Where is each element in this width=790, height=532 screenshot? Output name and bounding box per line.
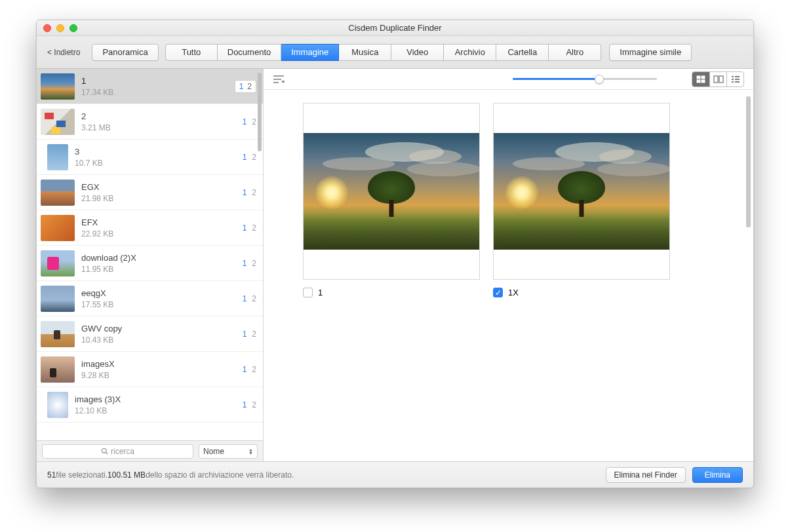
selection-counts: 12	[243, 330, 256, 339]
list-item[interactable]: images (3)X12.10 KB12	[37, 387, 263, 423]
sidebar-scrollbar[interactable]	[258, 73, 262, 151]
preview-image	[304, 133, 479, 250]
preview-pane: 1✓1X	[264, 69, 753, 461]
selected-in-group: 1	[243, 117, 247, 126]
view-list-icon[interactable]	[726, 72, 743, 86]
list-item[interactable]: eeqgX17.55 KB12	[37, 281, 263, 316]
sidebar-searchbar: ricerca Nome ▲▼	[37, 440, 263, 461]
preview-image	[494, 133, 669, 250]
preview-scrollbar[interactable]	[746, 96, 751, 227]
group-size: 9.28 KB	[81, 371, 243, 380]
selection-counts: 12	[243, 259, 256, 268]
group-size: 10.43 KB	[81, 335, 243, 345]
row-text: EFX22.92 KB	[81, 218, 243, 238]
window-title: Cisdem Duplicate Finder	[37, 23, 753, 33]
freed-text: dello spazio di archiviazione verrà libe…	[146, 470, 294, 480]
preview-card[interactable]: ✓1X	[493, 103, 670, 297]
selected-in-group: 1	[243, 153, 247, 162]
selected-in-group: 1	[243, 223, 247, 233]
tab-cartella[interactable]: Cartella	[496, 44, 549, 61]
group-name: 3	[75, 147, 243, 157]
sort-select[interactable]: Nome ▲▼	[199, 444, 258, 459]
back-button[interactable]: < Indietro	[47, 48, 80, 57]
group-size: 21.98 KB	[81, 194, 243, 203]
tab-altro[interactable]: Altro	[549, 44, 601, 61]
select-checkbox[interactable]: ✓	[493, 288, 503, 297]
group-name: GWV copy	[81, 324, 243, 333]
group-name: EFX	[81, 218, 243, 227]
sidebar: 117.34 KB1223.21 MB12310.7 KB12EGX21.98 …	[37, 69, 264, 461]
total-in-group: 2	[252, 259, 256, 268]
preview-frame	[303, 103, 480, 280]
toolbar: < Indietro Panoramica Tutto Documento Im…	[37, 36, 753, 69]
chevron-up-down-icon: ▲▼	[248, 448, 253, 455]
list-item[interactable]: EFX22.92 KB12	[37, 210, 263, 246]
group-size: 12.10 KB	[75, 406, 243, 415]
sort-label: Nome	[203, 447, 224, 456]
preview-filename: 1X	[508, 288, 519, 297]
row-text: imagesX9.28 KB	[81, 359, 243, 380]
total-in-group: 2	[252, 365, 256, 374]
svg-rect-8	[701, 80, 705, 83]
tab-video[interactable]: Video	[391, 44, 444, 61]
zoom-handle[interactable]	[595, 75, 604, 84]
tab-documento[interactable]: Documento	[218, 44, 281, 61]
list-item[interactable]: 23.21 MB12	[37, 104, 263, 140]
tab-immagine[interactable]: Immagine	[281, 44, 339, 61]
zoom-slider[interactable]	[513, 78, 657, 80]
group-name: images (3)X	[75, 394, 243, 404]
group-size: 3.21 MB	[81, 123, 243, 132]
selection-counts: 12	[243, 400, 256, 409]
row-text: 310.7 KB	[75, 147, 243, 168]
svg-rect-13	[732, 79, 734, 80]
row-text: EGX21.98 KB	[81, 182, 243, 203]
tab-musica[interactable]: Musica	[339, 44, 391, 61]
total-in-group: 2	[252, 188, 256, 197]
tab-archivio[interactable]: Archivio	[444, 44, 496, 61]
selected-in-group: 1	[243, 294, 247, 303]
overview-button[interactable]: Panoramica	[92, 44, 158, 61]
group-size: 22.92 KB	[81, 229, 243, 238]
row-text: download (2)X11.95 KB	[81, 253, 243, 274]
zoom-track	[513, 78, 657, 80]
thumbnail	[41, 109, 75, 135]
row-text: images (3)X12.10 KB	[75, 394, 243, 415]
selected-in-group: 1	[243, 259, 247, 268]
group-size: 17.34 KB	[81, 88, 235, 97]
preview-body: 1✓1X	[264, 90, 753, 461]
search-input[interactable]: ricerca	[42, 444, 193, 459]
list-item[interactable]: imagesX9.28 KB12	[37, 352, 263, 387]
total-in-group: 2	[252, 294, 256, 303]
group-name: EGX	[81, 182, 243, 192]
thumbnail	[41, 286, 75, 312]
similar-image-button[interactable]: Immagine simile	[609, 44, 692, 61]
selection-counts: 12	[243, 365, 256, 374]
preview-card[interactable]: 1	[303, 103, 480, 297]
duplicate-groups-list[interactable]: 117.34 KB1223.21 MB12310.7 KB12EGX21.98 …	[37, 69, 263, 440]
thumbnail	[41, 250, 75, 276]
view-mode-switcher	[692, 71, 744, 87]
svg-rect-11	[732, 76, 734, 77]
selection-counts: 12	[243, 153, 256, 162]
view-compare-icon[interactable]	[709, 72, 726, 86]
view-grid-icon[interactable]	[692, 72, 709, 86]
row-text: GWV copy10.43 KB	[81, 324, 243, 345]
list-item[interactable]: EGX21.98 KB12	[37, 175, 263, 210]
svg-rect-7	[697, 80, 700, 83]
preview-label-row: 1	[303, 288, 480, 297]
list-item[interactable]: 117.34 KB12	[37, 69, 263, 104]
row-text: 117.34 KB	[81, 76, 235, 97]
delete-in-finder-button[interactable]: Elimina nel Finder	[606, 467, 686, 483]
list-item[interactable]: 310.7 KB12	[37, 140, 263, 175]
group-name: imagesX	[81, 359, 243, 369]
delete-button[interactable]: Elimina	[692, 467, 743, 483]
svg-rect-15	[732, 81, 734, 83]
list-item[interactable]: GWV copy10.43 KB12	[37, 316, 263, 352]
list-item[interactable]: download (2)X11.95 KB12	[37, 246, 263, 281]
tab-tutto[interactable]: Tutto	[165, 44, 218, 61]
svg-rect-16	[735, 81, 740, 83]
select-checkbox[interactable]	[303, 288, 313, 297]
sort-menu-icon[interactable]	[273, 75, 285, 84]
preview-frame	[493, 103, 670, 280]
selection-counts: 12	[243, 117, 256, 126]
